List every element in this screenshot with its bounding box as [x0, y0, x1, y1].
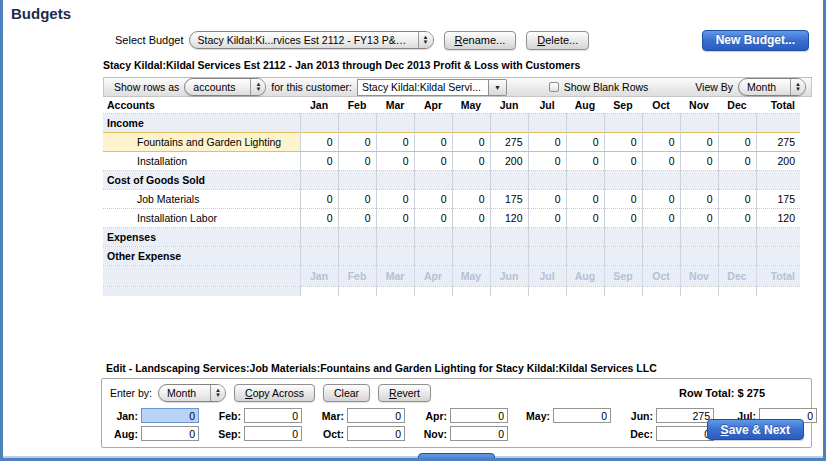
month-value-cell[interactable]: 0 [414, 208, 452, 227]
edit-controls-row: Enter by: Month ▲▼ Copy Across Clear Rev… [110, 384, 803, 402]
month-value-cell [452, 286, 490, 296]
select-budget-label: Select Budget [115, 34, 184, 46]
month-value-cell[interactable]: 0 [338, 208, 376, 227]
month-value-cell[interactable]: 0 [718, 189, 756, 208]
month-value-cell [300, 286, 338, 296]
month-value-cell[interactable]: 0 [300, 189, 338, 208]
month-value-cell[interactable]: 0 [680, 132, 718, 151]
month-field-label: Sep: [213, 428, 241, 440]
month-value-cell[interactable]: 0 [376, 189, 414, 208]
month-value-cell [642, 113, 680, 132]
month-amount-input[interactable] [141, 426, 199, 441]
month-value-cell[interactable]: 175 [490, 189, 528, 208]
rename-button[interactable]: Rename... [444, 31, 517, 50]
month-value-cell[interactable]: 0 [604, 189, 642, 208]
month-amount-input[interactable] [141, 408, 199, 423]
new-budget-button[interactable]: New Budget... [702, 30, 809, 51]
finished-button[interactable]: Finished [418, 453, 495, 461]
month-value-cell [566, 286, 604, 296]
month-value-cell[interactable]: 0 [566, 132, 604, 151]
save-and-next-button[interactable]: Save & Next [707, 419, 804, 440]
month-value-cell[interactable]: 0 [300, 132, 338, 151]
month-value-cell [414, 227, 452, 246]
dropdown-arrow-icon[interactable]: ▼ [489, 79, 507, 96]
month-amount-input[interactable] [553, 408, 611, 423]
month-value-cell[interactable]: 0 [680, 151, 718, 170]
month-value-cell[interactable]: 0 [452, 189, 490, 208]
month-value-cell[interactable]: 0 [338, 132, 376, 151]
total-value-cell[interactable]: 275 [756, 132, 800, 151]
month-value-cell[interactable]: 120 [490, 208, 528, 227]
month-value-cell[interactable]: 0 [566, 151, 604, 170]
month-value-cell[interactable]: 0 [452, 208, 490, 227]
month-value-cell[interactable]: 0 [566, 208, 604, 227]
month-value-cell[interactable]: 0 [642, 132, 680, 151]
month-amount-input[interactable] [347, 426, 405, 441]
month-value-cell[interactable]: 0 [604, 208, 642, 227]
account-label-cell[interactable]: Installation Labor [103, 208, 300, 227]
month-value-cell[interactable]: 0 [528, 208, 566, 227]
total-value-cell[interactable]: 200 [756, 151, 800, 170]
month-value-cell[interactable]: 0 [414, 132, 452, 151]
month-amount-input[interactable] [450, 408, 508, 423]
month-amount-input[interactable] [244, 426, 302, 441]
month-value-cell [376, 170, 414, 189]
month-value-cell[interactable]: 0 [604, 151, 642, 170]
month-value-cell[interactable]: 0 [300, 208, 338, 227]
month-value-cell[interactable]: 0 [680, 208, 718, 227]
month-value-cell[interactable]: 0 [528, 132, 566, 151]
month-value-cell[interactable]: 0 [300, 151, 338, 170]
month-value-cell[interactable]: 0 [604, 132, 642, 151]
month-value-cell[interactable]: 0 [414, 151, 452, 170]
month-value-cell[interactable]: 0 [376, 151, 414, 170]
total-value-cell[interactable]: 120 [756, 208, 800, 227]
enter-by-dropdown[interactable]: Month ▲▼ [158, 384, 226, 402]
show-rows-as-dropdown[interactable]: accounts ▲▼ [184, 78, 266, 96]
account-label-cell[interactable]: Fountains and Garden Lighting [103, 132, 300, 151]
month-value-cell [338, 246, 376, 265]
month-value-cell[interactable]: 0 [452, 132, 490, 151]
view-by-dropdown[interactable]: Month ▲▼ [738, 78, 806, 96]
total-value-cell[interactable]: 175 [756, 189, 800, 208]
month-value-cell[interactable]: 0 [680, 189, 718, 208]
month-value-cell[interactable]: 0 [338, 151, 376, 170]
month-value-cell: Sep [604, 265, 642, 286]
month-value-cell[interactable]: 0 [528, 189, 566, 208]
account-label-cell[interactable]: Job Materials [103, 189, 300, 208]
copy-across-button[interactable]: Copy Across [234, 384, 315, 402]
month-value-cell[interactable]: 275 [490, 132, 528, 151]
month-amount-input[interactable] [347, 408, 405, 423]
month-amount-input[interactable] [656, 408, 714, 423]
month-value-cell [490, 286, 528, 296]
month-value-cell[interactable]: 200 [490, 151, 528, 170]
month-value-cell [642, 170, 680, 189]
revert-button[interactable]: Revert [378, 384, 431, 402]
month-value-cell [680, 246, 718, 265]
month-value-cell[interactable]: 0 [718, 151, 756, 170]
select-budget-dropdown[interactable]: Stacy Kildal:Ki...rvices Est 2112 - FY13… [189, 31, 434, 49]
month-value-cell[interactable]: 0 [376, 208, 414, 227]
month-value-cell: Feb [338, 265, 376, 286]
month-value-cell [300, 170, 338, 189]
month-value-cell[interactable]: 0 [718, 132, 756, 151]
month-value-cell[interactable]: 0 [642, 189, 680, 208]
account-label-cell[interactable]: Installation [103, 151, 300, 170]
month-value-cell[interactable]: 0 [338, 189, 376, 208]
month-value-cell[interactable]: 0 [642, 208, 680, 227]
month-value-cell[interactable]: 0 [452, 151, 490, 170]
month-amount-input[interactable] [656, 426, 714, 441]
show-blank-rows-checkbox[interactable] [549, 82, 559, 92]
delete-button[interactable]: Delete... [526, 31, 589, 50]
month-value-cell[interactable]: 0 [718, 208, 756, 227]
month-value-cell[interactable]: 0 [528, 151, 566, 170]
row-total: Row Total: $ 275 [679, 387, 765, 399]
clear-button[interactable]: Clear [323, 384, 370, 402]
month-value-cell[interactable]: 0 [566, 189, 604, 208]
month-value-cell[interactable]: 0 [642, 151, 680, 170]
month-amount-input[interactable] [450, 426, 508, 441]
month-value-cell: Jan [300, 265, 338, 286]
month-amount-input[interactable] [244, 408, 302, 423]
month-value-cell[interactable]: 0 [414, 189, 452, 208]
customer-combo-value[interactable]: Stacy Kildal:Kildal Servi... [357, 79, 489, 96]
month-value-cell[interactable]: 0 [376, 132, 414, 151]
